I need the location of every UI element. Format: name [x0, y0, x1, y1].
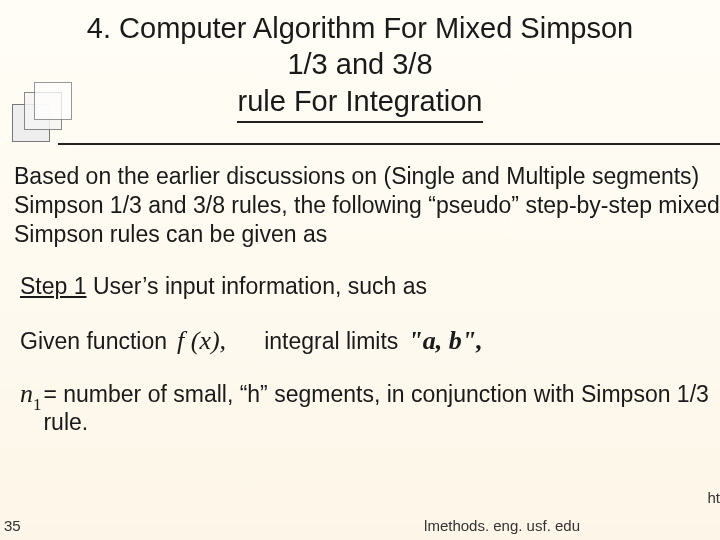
intro-paragraph: Based on the earlier discussions on (Sin…	[14, 162, 720, 248]
math-fx: f (x),	[177, 325, 226, 358]
n1-text: = number of small, “h” segments, in conj…	[43, 380, 720, 438]
n1-row: n1 = number of small, “h” segments, in c…	[20, 380, 720, 438]
step-1-row: Step 1 User’s input information, such as	[20, 272, 720, 301]
footer-link-text: lmethods. eng. usf. edu	[424, 517, 580, 534]
title-line-1: 4. Computer Algorithm For Mixed Simpson	[0, 10, 720, 46]
math-ab: "a, b",	[408, 325, 482, 358]
math-n1: n1	[20, 378, 41, 413]
title-underline	[58, 143, 720, 145]
given-function-row: Given function f (x), integral limits "a…	[20, 325, 720, 358]
slide-body: Based on the earlier discussions on (Sin…	[14, 162, 720, 437]
step-1-label: Step 1	[20, 273, 87, 299]
step-1-text: User’s input information, such as	[87, 273, 427, 299]
given-function-label: Given function	[20, 327, 167, 356]
slide-title: 4. Computer Algorithm For Mixed Simpson …	[0, 0, 720, 123]
integral-limits-label: integral limits	[264, 327, 398, 356]
decorative-squares-icon	[12, 84, 72, 144]
title-line-2: 1/3 and 3/8	[0, 46, 720, 82]
slide-number: 35	[4, 517, 21, 534]
cutoff-text: ht	[707, 489, 720, 506]
title-line-3: rule For Integration	[237, 83, 482, 123]
